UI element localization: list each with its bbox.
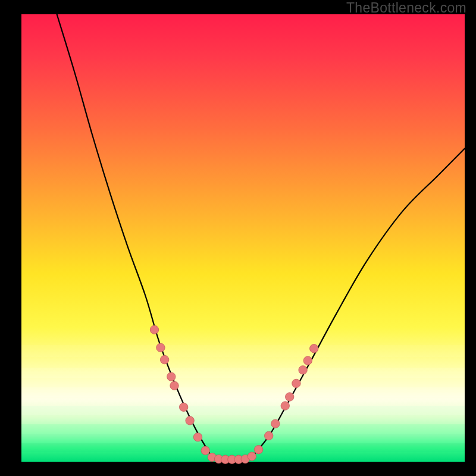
data-bead — [160, 355, 168, 364]
data-bead — [271, 419, 280, 428]
data-bead — [150, 325, 158, 334]
data-bead — [303, 356, 312, 365]
data-bead — [248, 452, 256, 461]
bottleneck-curve — [57, 14, 465, 461]
data-bead — [201, 446, 209, 455]
data-bead — [299, 366, 307, 374]
plot-area — [21, 14, 465, 462]
data-bead — [286, 393, 294, 401]
data-bead — [186, 416, 194, 425]
curve-layer — [21, 14, 465, 462]
beads — [150, 325, 318, 464]
data-bead — [310, 345, 318, 353]
data-bead — [156, 343, 165, 352]
data-bead — [281, 402, 289, 410]
data-bead — [167, 372, 176, 381]
data-bead — [193, 433, 202, 441]
data-bead — [170, 381, 178, 390]
watermark-text: TheBottleneck.com — [346, 0, 466, 16]
data-bead — [265, 431, 273, 440]
curves — [57, 14, 465, 461]
chart-stage: TheBottleneck.com — [0, 0, 476, 476]
data-bead — [292, 379, 300, 387]
data-bead — [254, 446, 262, 454]
data-bead — [179, 403, 187, 411]
